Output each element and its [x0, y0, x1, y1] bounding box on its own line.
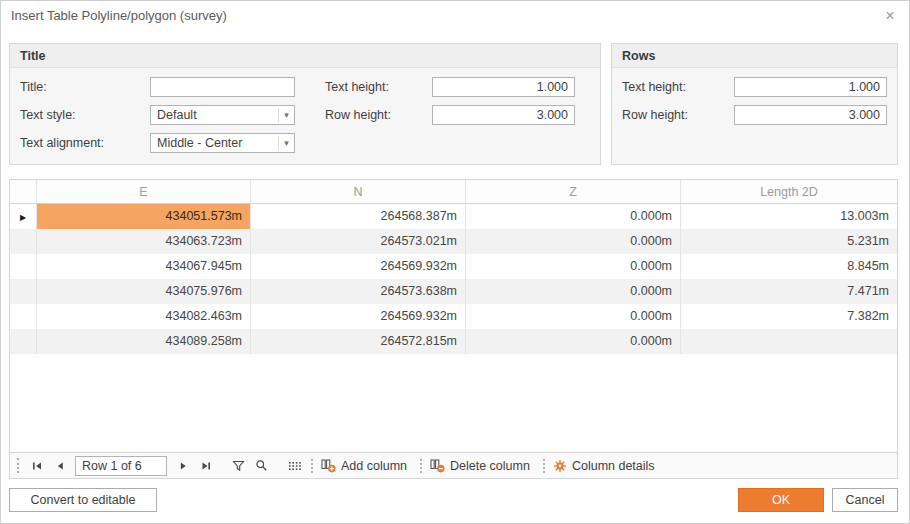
search-button[interactable]	[250, 455, 273, 477]
text-alignment-label: Text alignment:	[20, 136, 150, 150]
delete-column-icon	[430, 459, 445, 473]
add-column-icon	[321, 459, 336, 473]
column-details-button[interactable]: Column details	[550, 455, 663, 477]
table-cell[interactable]: 7.382m	[681, 304, 897, 329]
row-selector[interactable]	[10, 329, 37, 354]
table-row: 434089.258m 264572.815m 0.000m	[10, 329, 897, 354]
add-column-button[interactable]: Add column	[318, 455, 415, 477]
current-row-marker-icon: ▶	[20, 213, 26, 222]
last-row-icon	[200, 460, 212, 472]
table-cell[interactable]: 0.000m	[466, 204, 681, 229]
column-header-length2d[interactable]: Length 2D	[681, 180, 897, 204]
table-row: 434082.463m 264569.932m 0.000m 7.382m	[10, 304, 897, 329]
toolbar-separator	[543, 459, 545, 473]
last-row-button[interactable]	[194, 455, 217, 477]
add-column-label: Add column	[341, 459, 407, 473]
row-selector[interactable]	[10, 279, 37, 304]
text-height-input[interactable]	[432, 77, 575, 97]
table-cell-selected[interactable]: 434051.573m	[37, 204, 251, 229]
table-cell[interactable]: 264572.815m	[251, 329, 466, 354]
row-height-label: Row height:	[325, 108, 432, 122]
table-cell[interactable]: 434063.723m	[37, 229, 251, 254]
rows-row-height-label: Row height:	[622, 108, 734, 122]
title-group: Title Title: Text height: Text style: De…	[9, 43, 601, 165]
dialog-title: Insert Table Polyline/polygon (survey)	[1, 1, 227, 31]
select-all-corner[interactable]	[10, 180, 37, 204]
rows-row-height-input[interactable]	[734, 105, 887, 125]
table-cell[interactable]: 434089.258m	[37, 329, 251, 354]
table-cell[interactable]: 264573.638m	[251, 279, 466, 304]
filter-funnel-icon	[232, 460, 245, 472]
cancel-button[interactable]: Cancel	[832, 488, 898, 512]
first-row-button[interactable]	[25, 455, 48, 477]
delete-column-label: Delete column	[450, 459, 530, 473]
rows-text-height-input[interactable]	[734, 77, 887, 97]
next-row-button[interactable]	[171, 455, 194, 477]
text-style-value: Default	[151, 108, 278, 122]
filter-button[interactable]	[227, 455, 250, 477]
previous-row-icon	[54, 460, 66, 472]
row-indicator-input[interactable]	[75, 456, 167, 476]
row-height-input[interactable]	[432, 105, 575, 125]
table-header-row: E N Z Length 2D	[10, 180, 897, 204]
table-cell[interactable]: 434075.976m	[37, 279, 251, 304]
title-group-header: Title	[10, 44, 600, 68]
text-height-label: Text height:	[325, 80, 432, 94]
toolbar-separator	[311, 459, 313, 473]
ok-button[interactable]: OK	[738, 488, 824, 512]
table-cell[interactable]: 264569.932m	[251, 304, 466, 329]
insert-table-dialog: Insert Table Polyline/polygon (survey) ×…	[0, 0, 910, 524]
table-row: 434075.976m 264573.638m 0.000m 7.471m	[10, 279, 897, 304]
table-row: 434067.945m 264569.932m 0.000m 8.845m	[10, 254, 897, 279]
table-cell[interactable]: 0.000m	[466, 229, 681, 254]
chevron-down-icon: ▾	[278, 108, 294, 122]
rows-group-header: Rows	[612, 44, 897, 68]
text-alignment-dropdown[interactable]: Middle - Center ▾	[150, 133, 295, 153]
row-selector[interactable]	[10, 229, 37, 254]
column-header-z[interactable]: Z	[466, 180, 681, 204]
table-cell[interactable]: 264568.387m	[251, 204, 466, 229]
table-row: ▶ 434051.573m 264568.387m 0.000m 13.003m	[10, 204, 897, 229]
column-header-n[interactable]: N	[251, 180, 466, 204]
row-selector[interactable]	[10, 254, 37, 279]
delete-column-button[interactable]: Delete column	[427, 455, 538, 477]
table-row: 434063.723m 264573.021m 0.000m 5.231m	[10, 229, 897, 254]
column-details-gear-icon	[553, 459, 567, 473]
table-cell[interactable]: 0.000m	[466, 254, 681, 279]
table-cell[interactable]	[681, 329, 897, 354]
table-cell[interactable]: 434067.945m	[37, 254, 251, 279]
text-style-dropdown[interactable]: Default ▾	[150, 105, 295, 125]
table-cell[interactable]: 8.845m	[681, 254, 897, 279]
grid-dots-icon	[288, 460, 301, 472]
first-row-icon	[31, 460, 43, 472]
column-header-e[interactable]: E	[37, 180, 251, 204]
table-cell[interactable]: 5.231m	[681, 229, 897, 254]
table-cell[interactable]: 264573.021m	[251, 229, 466, 254]
column-details-label: Column details	[572, 459, 655, 473]
table-cell[interactable]: 0.000m	[466, 304, 681, 329]
table-cell[interactable]: 0.000m	[466, 329, 681, 354]
close-icon[interactable]: ×	[880, 6, 900, 26]
table-cell[interactable]: 434082.463m	[37, 304, 251, 329]
chevron-down-icon: ▾	[278, 136, 294, 150]
row-selector[interactable]	[10, 304, 37, 329]
row-selector[interactable]: ▶	[10, 204, 37, 229]
coordinates-table: E N Z Length 2D ▶ 434051.573m 264568.387…	[9, 179, 898, 453]
rows-group: Rows Text height: Row height:	[611, 43, 898, 165]
grid-view-button[interactable]	[283, 455, 306, 477]
toolbar-separator	[420, 459, 422, 473]
table-cell[interactable]: 7.471m	[681, 279, 897, 304]
search-icon	[255, 459, 268, 472]
table-cell[interactable]: 0.000m	[466, 279, 681, 304]
rows-text-height-label: Text height:	[622, 80, 734, 94]
previous-row-button[interactable]	[48, 455, 71, 477]
next-row-icon	[177, 460, 189, 472]
table-cell[interactable]: 264569.932m	[251, 254, 466, 279]
toolbar-grip-icon	[17, 458, 19, 473]
text-style-label: Text style:	[20, 108, 150, 122]
title-input[interactable]	[150, 77, 295, 97]
convert-to-editable-button[interactable]: Convert to editable	[9, 488, 157, 512]
table-cell[interactable]: 13.003m	[681, 204, 897, 229]
title-label: Title:	[20, 80, 150, 94]
text-alignment-value: Middle - Center	[151, 136, 278, 150]
